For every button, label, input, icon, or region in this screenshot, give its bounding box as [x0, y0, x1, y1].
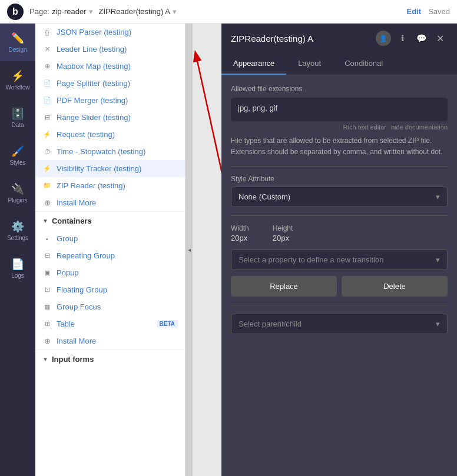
replace-button[interactable]: Replace [231, 276, 337, 297]
item-text: Page Splitter (testing) [57, 79, 130, 88]
input-forms-arrow-icon: ▼ [42, 356, 48, 362]
list-item-zip-reader[interactable]: 📁 ZIP Reader (testing) [35, 177, 185, 194]
svg-line-1 [196, 53, 221, 200]
sidebar-item-design[interactable]: ✏️ Design [0, 24, 35, 61]
stopwatch-icon: ⏱ [42, 148, 52, 155]
group-icon: ▪ [42, 235, 52, 242]
item-text: Mapbox Map (testing) [57, 62, 131, 71]
group-focus-icon: ▦ [42, 303, 52, 311]
app-logo: b [7, 4, 24, 20]
settings-icon: ⚙️ [11, 220, 24, 233]
sidebar: ✏️ Design ⚡ Workflow 🗄️ Data 🖌️ Styles 🔌… [0, 24, 35, 476]
item-text: Request (testing) [57, 130, 115, 139]
containers-section-header[interactable]: ▼ Containers [35, 211, 185, 230]
comment-icon-button[interactable]: 💬 [413, 31, 429, 46]
list-item-group-focus[interactable]: ▦ Group Focus [35, 298, 185, 315]
visibility-tracker-icon: ⚡ [42, 165, 52, 172]
allowed-extensions-input[interactable]: jpg, png, gif [231, 98, 448, 121]
sidebar-item-styles[interactable]: 🖌️ Styles [0, 137, 35, 174]
popup-icon: ▣ [42, 269, 52, 277]
red-arrow [193, 24, 221, 476]
height-value: 20px [273, 234, 293, 242]
style-attribute-label: Style Attribute [231, 175, 448, 183]
panel-header: ZIPReader(testing) A 👤 ℹ 💬 ✕ [221, 24, 457, 53]
comment-bubble-icon: 💬 [416, 34, 426, 43]
list-item-popup[interactable]: ▣ Popup [35, 264, 185, 281]
sidebar-item-label: Plugins [8, 197, 28, 204]
item-text: Install More [57, 198, 96, 207]
transition-select[interactable]: Select a property to define a new transi… [231, 249, 448, 270]
list-item[interactable]: 📄 PDF Merger (testing) [35, 92, 185, 109]
item-text: Popup [57, 268, 79, 277]
tab-conditional[interactable]: Conditional [333, 53, 395, 75]
item-text: JSON Parser (testing) [57, 28, 131, 36]
list-item-floating-group[interactable]: ⊡ Floating Group [35, 281, 185, 298]
zip-reader-icon: 📁 [42, 182, 52, 189]
user-icon[interactable]: 👤 [376, 31, 391, 46]
floating-group-icon: ⊡ [42, 286, 52, 294]
list-item[interactable]: ⚡ Request (testing) [35, 126, 185, 143]
item-text: Group Focus [57, 302, 101, 311]
list-item[interactable]: ⏱ Time - Stopwatch (testing) [35, 143, 185, 160]
list-item-table[interactable]: ⊞ Table BETA [35, 315, 185, 332]
rich-text-editor-link[interactable]: Rich text editor [343, 124, 386, 131]
info-icon[interactable]: ℹ [395, 31, 410, 46]
tab-appearance[interactable]: Appearance [221, 53, 286, 75]
input-forms-section-header[interactable]: ▼ Input forms [35, 349, 185, 368]
width-field: Width 20px [231, 224, 249, 242]
close-button[interactable]: ✕ [432, 31, 448, 46]
containers-arrow-icon: ▼ [42, 218, 48, 224]
item-text: Floating Group [57, 285, 107, 294]
list-item-visibility-tracker[interactable]: ⚡ Visibility Tracker (testing) [35, 160, 185, 177]
properties-panel: ZIPReader(testing) A 👤 ℹ 💬 ✕ Appearance [221, 24, 457, 476]
saved-status: Saved [428, 7, 450, 16]
close-icon: ✕ [436, 33, 444, 44]
sidebar-item-settings[interactable]: ⚙️ Settings [0, 212, 35, 249]
sidebar-item-label: Logs [11, 272, 24, 279]
edit-button[interactable]: Edit [407, 7, 422, 16]
data-icon: 🗄️ [11, 107, 24, 120]
page-splitter-icon: 📄 [42, 79, 52, 87]
list-item-install-more-containers[interactable]: ⊕ Install More [35, 332, 185, 349]
delete-button[interactable]: Delete [342, 276, 448, 297]
width-value: 20px [231, 234, 249, 242]
user-avatar-icon: 👤 [379, 35, 388, 42]
sidebar-item-workflow[interactable]: ⚡ Workflow [0, 61, 35, 99]
tab-layout[interactable]: Layout [286, 53, 333, 75]
table-icon: ⊞ [42, 320, 52, 328]
item-text: Time - Stopwatch (testing) [57, 147, 145, 156]
list-item-install-more-plugins[interactable]: ⊕ Install More [35, 194, 185, 211]
styles-icon: 🖌️ [11, 145, 24, 158]
sidebar-item-label: Workflow [6, 84, 30, 91]
style-attribute-arrow-icon: ▾ [436, 192, 440, 201]
pdf-merger-icon: 📄 [42, 96, 52, 104]
install-more-plugins-icon: ⊕ [42, 198, 52, 207]
sidebar-item-logs[interactable]: 📄 Logs [0, 249, 35, 287]
request-icon: ⚡ [42, 131, 52, 138]
parent-child-select[interactable]: Select parent/child ▾ [231, 314, 448, 334]
item-text: Visibility Tracker (testing) [57, 164, 141, 173]
list-item[interactable]: ⊟ Range Slider (testing) [35, 109, 185, 126]
sidebar-item-plugins[interactable]: 🔌 Plugins [0, 174, 35, 212]
panel-collapse-handle[interactable]: ◂ [186, 24, 193, 476]
collapse-arrow-icon: ◂ [188, 247, 191, 253]
sidebar-item-label: Styles [9, 159, 25, 166]
style-attribute-select[interactable]: None (Custom) ▾ [231, 187, 448, 207]
item-text: Table [57, 319, 152, 328]
item-text: Range Slider (testing) [57, 113, 131, 122]
sidebar-item-label: Data [11, 122, 24, 128]
list-item[interactable]: {} JSON Parser (testing) [35, 24, 185, 41]
sidebar-item-label: Settings [7, 235, 28, 241]
file-types-description: File types that are allowed to be extrac… [231, 135, 448, 158]
plugins-icon: 🔌 [11, 182, 24, 195]
list-item[interactable]: 📄 Page Splitter (testing) [35, 75, 185, 92]
list-item-repeating-group[interactable]: ⊟ Repeating Group [35, 247, 185, 264]
element-indicator: ZIPReader(testing) A ▾ [99, 7, 177, 16]
sidebar-item-data[interactable]: 🗄️ Data [0, 99, 35, 137]
panel-content: Allowed file extensions jpg, png, gif Ri… [221, 75, 457, 476]
list-item[interactable]: ⊕ Mapbox Map (testing) [35, 58, 185, 75]
list-item[interactable]: ✕ Leader Line (testing) [35, 41, 185, 58]
hide-documentation-link[interactable]: hide documentation [391, 124, 448, 131]
list-item-group[interactable]: ▪ Group [35, 230, 185, 247]
info-circle-icon: ℹ [401, 34, 404, 43]
